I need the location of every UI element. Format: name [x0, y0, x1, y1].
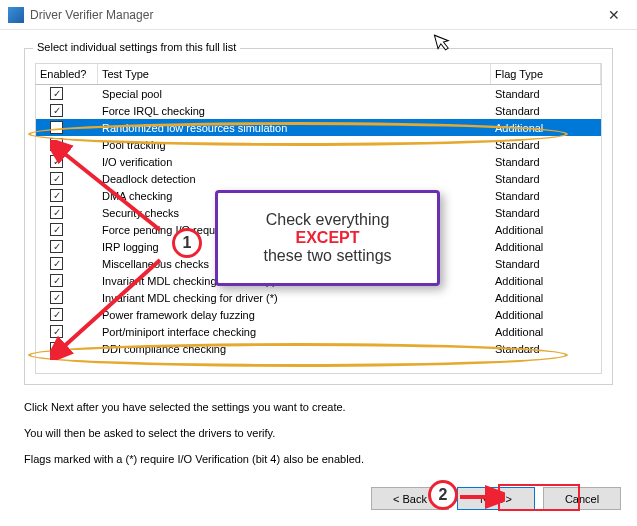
annotation-callout: Check everything EXCEPT these two settin…: [215, 190, 440, 286]
table-row[interactable]: DDI compliance checkingStandard: [36, 340, 601, 357]
flag-type-cell: Standard: [491, 173, 601, 185]
flag-type-cell: Standard: [491, 207, 601, 219]
table-row[interactable]: Randomized low resources simulationAddit…: [36, 119, 601, 136]
test-type-cell: DDI compliance checking: [98, 343, 491, 355]
test-type-cell: Port/miniport interface checking: [98, 326, 491, 338]
table-row[interactable]: ✓Power framework delay fuzzingAdditional: [36, 306, 601, 323]
test-type-cell: Pool tracking: [98, 139, 491, 151]
enabled-checkbox[interactable]: ✓: [50, 189, 63, 202]
flag-type-cell: Standard: [491, 105, 601, 117]
flag-type-cell: Additional: [491, 224, 601, 236]
header-test-type[interactable]: Test Type: [98, 64, 491, 84]
test-type-cell: I/O verification: [98, 156, 491, 168]
enabled-checkbox[interactable]: ✓: [50, 291, 63, 304]
callout-text-suffix: these two settings: [263, 247, 391, 264]
test-type-cell: Randomized low resources simulation: [98, 122, 491, 134]
header-enabled[interactable]: Enabled?: [36, 64, 98, 84]
step-badge-1: 1: [172, 228, 202, 258]
test-type-cell: Deadlock detection: [98, 173, 491, 185]
button-row: < Back Next > Cancel: [0, 479, 637, 522]
flag-type-cell: Additional: [491, 122, 601, 134]
table-row[interactable]: ✓I/O verificationStandard: [36, 153, 601, 170]
instruction-line-3: Flags marked with a (*) require I/O Veri…: [24, 453, 613, 465]
enabled-checkbox[interactable]: ✓: [50, 274, 63, 287]
callout-text-prefix: Check everything: [266, 211, 390, 228]
enabled-checkbox[interactable]: ✓: [50, 308, 63, 321]
table-row[interactable]: ✓Special poolStandard: [36, 85, 601, 102]
titlebar: Driver Verifier Manager ✕: [0, 0, 637, 30]
enabled-checkbox[interactable]: ✓: [50, 325, 63, 338]
flag-type-cell: Additional: [491, 292, 601, 304]
test-type-cell: Force IRQL checking: [98, 105, 491, 117]
enabled-checkbox[interactable]: [50, 342, 63, 355]
callout-text-except: EXCEPT: [295, 229, 359, 246]
test-type-cell: Invariant MDL checking for driver (*): [98, 292, 491, 304]
flag-type-cell: Additional: [491, 326, 601, 338]
table-row[interactable]: ✓Pool trackingStandard: [36, 136, 601, 153]
flag-type-cell: Additional: [491, 309, 601, 321]
flag-type-cell: Standard: [491, 190, 601, 202]
table-row[interactable]: ✓Port/miniport interface checkingAdditio…: [36, 323, 601, 340]
cancel-button[interactable]: Cancel: [543, 487, 621, 510]
table-row[interactable]: ✓Invariant MDL checking for driver (*)Ad…: [36, 289, 601, 306]
instruction-line-1: Click Next after you have selected the s…: [24, 401, 613, 413]
group-legend: Select individual settings from this ful…: [33, 41, 240, 53]
close-button[interactable]: ✕: [591, 0, 637, 30]
flag-type-cell: Additional: [491, 275, 601, 287]
enabled-checkbox[interactable]: ✓: [50, 257, 63, 270]
flag-type-cell: Standard: [491, 139, 601, 151]
instructions: Click Next after you have selected the s…: [24, 401, 613, 465]
enabled-checkbox[interactable]: ✓: [50, 223, 63, 236]
test-type-cell: Special pool: [98, 88, 491, 100]
enabled-checkbox[interactable]: ✓: [50, 87, 63, 100]
enabled-checkbox[interactable]: ✓: [50, 138, 63, 151]
enabled-checkbox[interactable]: ✓: [50, 206, 63, 219]
flag-type-cell: Standard: [491, 258, 601, 270]
enabled-checkbox[interactable]: ✓: [50, 172, 63, 185]
enabled-checkbox[interactable]: [50, 121, 63, 134]
window-title: Driver Verifier Manager: [30, 8, 591, 22]
instruction-line-2: You will then be asked to select the dri…: [24, 427, 613, 439]
table-row[interactable]: ✓Force IRQL checkingStandard: [36, 102, 601, 119]
next-button[interactable]: Next >: [457, 487, 535, 510]
enabled-checkbox[interactable]: ✓: [50, 240, 63, 253]
step-badge-2: 2: [428, 480, 458, 510]
list-header: Enabled? Test Type Flag Type: [35, 63, 602, 85]
header-flag-type[interactable]: Flag Type: [491, 64, 601, 84]
app-icon: [8, 7, 24, 23]
enabled-checkbox[interactable]: ✓: [50, 104, 63, 117]
flag-type-cell: Standard: [491, 156, 601, 168]
table-row[interactable]: ✓Deadlock detectionStandard: [36, 170, 601, 187]
flag-type-cell: Standard: [491, 88, 601, 100]
enabled-checkbox[interactable]: ✓: [50, 155, 63, 168]
flag-type-cell: Additional: [491, 241, 601, 253]
flag-type-cell: Standard: [491, 343, 601, 355]
test-type-cell: Power framework delay fuzzing: [98, 309, 491, 321]
